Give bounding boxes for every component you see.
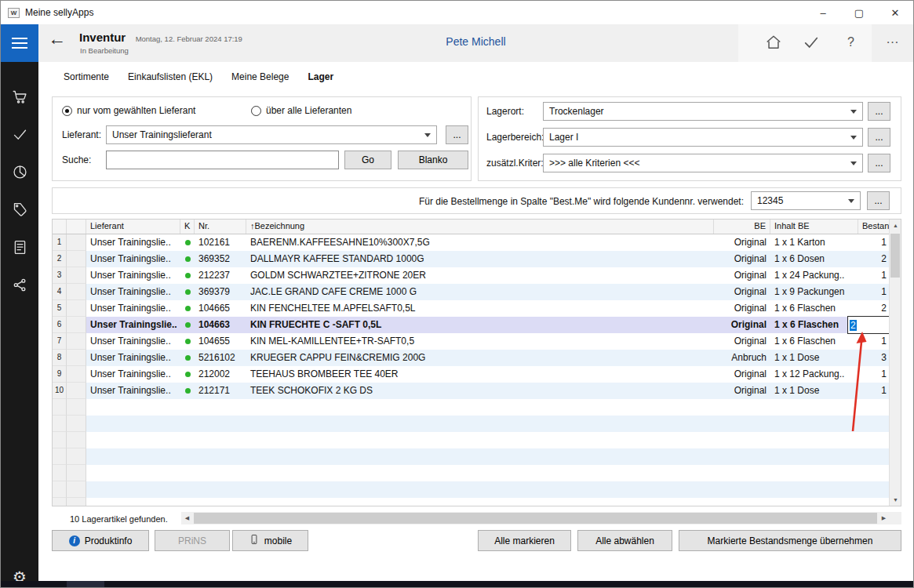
cell-be[interactable]: Original	[714, 251, 770, 267]
lieferant-select[interactable]: Unser Trainingslieferant	[106, 125, 437, 144]
cell-bestand[interactable]: 2	[858, 300, 889, 317]
pie-chart-icon[interactable]	[1, 156, 38, 187]
cell-lieferant[interactable]: Unser Trainingslie..	[86, 333, 180, 350]
column-header-lieferant[interactable]: Lieferant	[86, 220, 180, 234]
cell-bez[interactable]: DALLMAYR KAFFEE STANDARD 1000G	[246, 251, 714, 267]
scroll-left-icon[interactable]: ◀	[181, 512, 193, 524]
cell-bestand[interactable]: 1	[858, 284, 889, 300]
cell-k[interactable]	[180, 333, 195, 350]
radio-selected-supplier[interactable]	[62, 106, 72, 116]
scroll-right-icon[interactable]: ▶	[878, 512, 890, 524]
cell-k[interactable]	[180, 234, 195, 251]
cell-nr[interactable]: 369352	[195, 251, 246, 267]
lagerbereich-browse-button[interactable]: ...	[868, 128, 890, 147]
kundennr-select[interactable]: 12345	[751, 191, 861, 210]
cell-inhalt[interactable]: 1 x 9 Packungen	[770, 284, 858, 300]
cell-k[interactable]	[180, 267, 195, 284]
cell-inhalt[interactable]: 1 x 6 Dosen	[770, 251, 858, 267]
vertical-scrollbar[interactable]: ▲ ▼	[889, 220, 901, 506]
table-row[interactable]: 4Unser Trainingslie..369379JAC.LE GRAND …	[53, 284, 889, 300]
cell-lieferant[interactable]: Unser Trainingslie..	[86, 383, 180, 399]
table-row[interactable]: 9Unser Trainingslie..212002TEEHAUS BROMB…	[53, 366, 889, 383]
cell-nr[interactable]: 104665	[195, 300, 246, 317]
cell-bez[interactable]: KIN MEL-KAMILLENTEE+TR-SAFT0,5	[246, 333, 714, 350]
table-row[interactable]: 6Unser Trainingslie..104663KIN FRUECHTE …	[53, 317, 889, 333]
uebernehmen-button[interactable]: Markierte Bestandsmenge übernehmen	[679, 530, 901, 551]
cell-be[interactable]: Anbruch	[714, 350, 770, 366]
table-row[interactable]: 1Unser Trainingslie..102161BAERENM.KAFFE…	[53, 234, 889, 251]
cell-bez[interactable]: KIN FRUECHTE C -SAFT 0,5L	[246, 317, 714, 333]
column-header-k[interactable]: K	[180, 220, 195, 234]
cell-k[interactable]	[180, 284, 195, 300]
cell-nr[interactable]: 104655	[195, 333, 246, 350]
cell-bestand[interactable]: 1	[858, 267, 889, 284]
confirm-check-icon[interactable]	[803, 34, 820, 54]
produktinfo-button[interactable]: i Produktinfo	[52, 530, 149, 551]
cell-bez[interactable]: TEEHAUS BROMBEER TEE 40ER	[246, 366, 714, 383]
tab-meine-belege[interactable]: Meine Belege	[231, 71, 289, 82]
close-button[interactable]: ✕	[877, 1, 913, 24]
scroll-up-icon[interactable]: ▲	[890, 220, 901, 231]
cell-inhalt[interactable]: 1 x 6 Flaschen	[770, 300, 858, 317]
kriterien-select[interactable]: >>> alle Kriterien <<<	[543, 154, 863, 172]
cell-k[interactable]	[180, 366, 195, 383]
horizontal-scrollbar[interactable]: ◀ ▶	[181, 512, 890, 524]
cell-bez[interactable]: GOLDM SCHWARZTEE+ZITRONE 20ER	[246, 267, 714, 284]
horizontal-scroll-thumb[interactable]	[194, 513, 877, 524]
column-header-nr[interactable]: Nr.	[195, 220, 246, 234]
vertical-scroll-thumb[interactable]	[890, 234, 900, 278]
tab-sortimente[interactable]: Sortimente	[64, 71, 109, 82]
cell-bez[interactable]: TEEK SCHOKOFIX 2 KG DS	[246, 383, 714, 399]
tag-icon[interactable]	[1, 194, 38, 225]
cell-inhalt[interactable]: 1 x 1 Karton	[770, 234, 858, 251]
cell-lieferant[interactable]: Unser Trainingslie..	[86, 317, 180, 333]
cell-be[interactable]: Original	[714, 366, 770, 383]
cell-be[interactable]: Original	[714, 234, 770, 251]
cell-nr[interactable]: 5216102	[195, 350, 246, 366]
column-header-be[interactable]: BE	[714, 220, 770, 234]
lieferant-browse-button[interactable]: ...	[446, 125, 468, 144]
tab-einkaufslisten[interactable]: Einkaufslisten (EKL)	[128, 71, 213, 82]
lagerbereich-select[interactable]: Lager I	[543, 128, 863, 147]
cell-k[interactable]	[180, 300, 195, 317]
alle-markieren-button[interactable]: Alle markieren	[478, 530, 571, 551]
table-row[interactable]: 3Unser Trainingslie..212237GOLDM SCHWARZ…	[53, 267, 889, 284]
scroll-down-icon[interactable]: ▼	[890, 494, 901, 506]
kundennr-browse-button[interactable]: ...	[867, 191, 890, 210]
cell-be[interactable]: Original	[714, 333, 770, 350]
cell-inhalt[interactable]: 1 x 24 Packung..	[770, 267, 858, 284]
cell-lieferant[interactable]: Unser Trainingslie..	[86, 300, 180, 317]
table-row[interactable]: 10Unser Trainingslie..212171TEEK SCHOKOF…	[53, 383, 889, 399]
cell-lieferant[interactable]: Unser Trainingslie..	[86, 284, 180, 300]
column-header-inhalt[interactable]: Inhalt BE	[770, 220, 858, 234]
cell-lieferant[interactable]: Unser Trainingslie..	[86, 234, 180, 251]
cell-be[interactable]: Original	[714, 300, 770, 317]
kriterien-browse-button[interactable]: ...	[868, 154, 890, 172]
lagerort-browse-button[interactable]: ...	[868, 102, 890, 121]
cell-lieferant[interactable]: Unser Trainingslie..	[86, 267, 180, 284]
cell-nr[interactable]: 104663	[195, 317, 246, 333]
cell-be[interactable]: Original	[714, 267, 770, 284]
checkmark-icon[interactable]	[1, 118, 38, 150]
help-icon[interactable]: ?	[847, 35, 854, 49]
table-row[interactable]: 7Unser Trainingslie..104655KIN MEL-KAMIL…	[53, 333, 889, 350]
more-options-icon[interactable]: …	[886, 31, 900, 47]
cell-k[interactable]	[180, 317, 195, 333]
blanko-button[interactable]: Blanko	[398, 151, 468, 169]
table-row[interactable]: 2Unser Trainingslie..369352DALLMAYR KAFF…	[53, 251, 889, 267]
cart-icon[interactable]	[1, 81, 38, 112]
cell-k[interactable]	[180, 251, 195, 267]
prins-button[interactable]: PRiNS	[155, 530, 230, 551]
cell-nr[interactable]: 102161	[195, 234, 246, 251]
minimize-button[interactable]: –	[805, 1, 841, 24]
column-header-bez[interactable]: ↑Bezeichnung	[246, 220, 714, 234]
cell-bez[interactable]: KRUEGER CAPPU FEIN&CREMIG 200G	[246, 350, 714, 366]
share-network-icon[interactable]	[1, 269, 38, 300]
cell-bestand[interactable]: 1	[858, 234, 889, 251]
journal-icon[interactable]	[1, 231, 38, 263]
lagerort-select[interactable]: Trockenlager	[543, 102, 863, 121]
cell-nr[interactable]: 212237	[195, 267, 246, 284]
search-input[interactable]	[106, 151, 339, 169]
cell-nr[interactable]: 369379	[195, 284, 246, 300]
table-row[interactable]: 8Unser Trainingslie..5216102KRUEGER CAPP…	[53, 350, 889, 366]
